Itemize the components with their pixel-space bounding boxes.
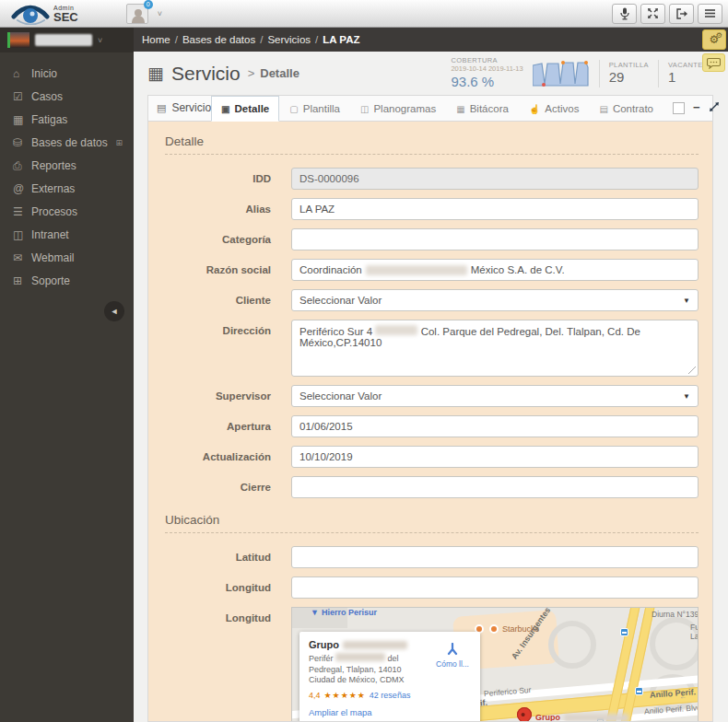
sidebar-item-procesos[interactable]: ☰ Procesos (0, 200, 134, 223)
razon-social-field[interactable]: Coordinación México S.A. de C.V. (291, 259, 699, 281)
actualizacion-field[interactable] (291, 446, 699, 468)
sidebar-item-label: Soporte (31, 274, 70, 287)
sidebar-item-intranet[interactable]: ◫ Intranet (0, 223, 134, 246)
enlarge-map-link[interactable]: Ampliar el mapa (309, 707, 471, 717)
longitud-label: Longitud (165, 582, 271, 593)
body: ˅ ⌂ Inicio ☑ Casos ▦ Fatigas ⛁ Bases de … (0, 28, 728, 722)
google-map[interactable]: ← ← ← Hierro Perisur ▼ Starbucks Di (291, 607, 699, 721)
apertura-label: Apertura (165, 421, 271, 432)
logout-button[interactable] (669, 4, 694, 24)
tab-planogramas[interactable]: ◫ Planogramas (350, 97, 446, 121)
planogramas-tab-icon: ◫ (360, 104, 369, 114)
form-row-latitud: Latitud (165, 546, 699, 568)
sidebar-item-externas[interactable]: @ Externas (0, 177, 134, 200)
map-label-diurna: Diurna N°139 "Jos (652, 610, 699, 619)
redacted-text (564, 714, 628, 722)
microphone-icon (619, 7, 630, 20)
tab-plantilla[interactable]: ▢ Plantilla (279, 97, 350, 121)
redacted-text (366, 265, 467, 275)
resize-grip[interactable] (688, 367, 696, 374)
panel-title: ▤ Servicio (157, 95, 211, 121)
header-stats: COBERTURA 2019-10-14 2019-11-13 93.6 % P… (451, 57, 721, 89)
reviews-link[interactable]: 42 reseñas (370, 691, 411, 700)
sidebar-item-fatigas[interactable]: ▦ Fatigas (0, 108, 134, 131)
redacted-text (335, 653, 385, 661)
fullscreen-arrows-icon (647, 7, 659, 19)
cliente-label: Cliente (165, 295, 271, 306)
sidebar-item-label: Fatigas (31, 113, 67, 126)
grid-icon: ▦ (147, 63, 164, 84)
expand-submenu-icon[interactable]: ⊞ (115, 138, 123, 147)
panel-minimize-button[interactable]: − (693, 103, 700, 112)
supervisor-select[interactable]: Seleccionar Valor ▼ (291, 385, 699, 407)
supervisor-selected-value: Seleccionar Valor (299, 390, 382, 402)
sidebar-collapse-button[interactable]: ◄ (104, 301, 124, 321)
form-row-longitud: Longitud (165, 576, 699, 599)
tab-contrato[interactable]: ▤ Contrato (589, 97, 663, 121)
caret-down-icon: ▼ (683, 392, 690, 401)
redacted-text (375, 325, 417, 335)
sidebar-user[interactable]: ˅ (0, 28, 134, 52)
gear-small-icon: ⚙ (716, 31, 722, 40)
sidebar-item-casos[interactable]: ☑ Casos (0, 85, 134, 108)
tab-bitacora[interactable]: ▦ Bitácora (446, 97, 519, 121)
plantilla-label: PLANTILLA (609, 62, 649, 70)
form-row-categoria: Categoría (165, 228, 699, 250)
panel-wrap: ▤ Servicio ▣ Detalle ▢ Plantilla (134, 95, 728, 722)
transit-icon (635, 687, 643, 695)
sidebar-item-reportes[interactable]: ⎙ Reportes (0, 154, 134, 177)
breadcrumb-servicios[interactable]: Servicios (267, 34, 311, 45)
map-card-title-text: Grupo (309, 639, 339, 650)
map-card-address: Perifér del Pedregal, Tlalpan, 14010 Ciu… (309, 653, 419, 686)
apertura-field[interactable] (291, 415, 699, 437)
longitud-field[interactable] (291, 576, 699, 599)
form-row-cierre: Cierre (165, 476, 699, 498)
page-subtitle: Detalle (260, 66, 299, 80)
latitud-field[interactable] (291, 546, 699, 568)
comments-button[interactable] (702, 53, 725, 72)
directions-button[interactable]: Cómo ll... (434, 643, 471, 669)
alias-field[interactable] (291, 198, 699, 220)
sidebar-item-webmail[interactable]: ✉ Webmail (0, 246, 134, 269)
app-logo[interactable]: Admin SEC (11, 3, 78, 25)
directions-label: Cómo ll... (436, 659, 469, 669)
cliente-select[interactable]: Seleccionar Valor ▼ (291, 289, 699, 311)
expand-diagonal-icon (709, 101, 720, 112)
panel-expand-button[interactable] (709, 99, 720, 116)
logo-line2: SEC (53, 11, 78, 23)
tab-detalle[interactable]: ▣ Detalle (211, 96, 279, 122)
cobertura-value: 93.6 % (451, 74, 523, 89)
user-menu-caret-icon[interactable]: ˅ (158, 9, 162, 18)
panel-checkbox[interactable] (673, 102, 685, 114)
breadcrumb-bases-de-datos[interactable]: Bases de datos (182, 34, 255, 45)
microphone-button[interactable] (612, 4, 637, 24)
form-row-razon-social: Razón social Coordinación México S.A. de… (165, 259, 699, 281)
tab-activos[interactable]: ☝ Activos (519, 97, 590, 121)
section-ubicacion: Ubicación (165, 513, 699, 533)
sidebar-item-soporte[interactable]: ⊞ Soporte (0, 269, 134, 292)
sidebar: ˅ ⌂ Inicio ☑ Casos ▦ Fatigas ⛁ Bases de … (0, 28, 134, 722)
page-title: Servicio (171, 63, 241, 85)
settings-button[interactable]: ⚙ ⚙ (702, 29, 726, 50)
vacantes-value: 1 (668, 69, 708, 85)
sidebar-item-inicio[interactable]: ⌂ Inicio (0, 62, 134, 85)
menu-button[interactable] (698, 4, 722, 24)
grupo-text: Grupo (535, 713, 560, 721)
form-row-actualizacion: Actualización (165, 446, 699, 468)
breadcrumb-home[interactable]: Home (142, 34, 170, 45)
form-row-cliente: Cliente Seleccionar Valor ▼ (165, 289, 699, 311)
cierre-field[interactable] (291, 476, 699, 498)
alias-label: Alias (165, 204, 271, 215)
categoria-field[interactable] (291, 228, 699, 250)
map-label-fundacion-1: Funda (690, 623, 699, 632)
contrato-tab-icon: ▤ (599, 104, 607, 114)
sidebar-item-bases-de-datos[interactable]: ⛁ Bases de datos ⊞ (0, 131, 134, 154)
avatar[interactable]: 0 (126, 4, 148, 24)
direccion-textarea[interactable]: Periférico Sur 4 Col. Parque del Pedrega… (291, 320, 699, 377)
transit-icon (620, 628, 628, 636)
idd-field[interactable] (291, 168, 699, 190)
fullscreen-button[interactable] (640, 4, 665, 24)
map-label-fundacion-2: Langd (690, 632, 699, 641)
activos-tab-icon: ☝ (529, 104, 540, 114)
tab-label: Plantilla (303, 103, 340, 114)
